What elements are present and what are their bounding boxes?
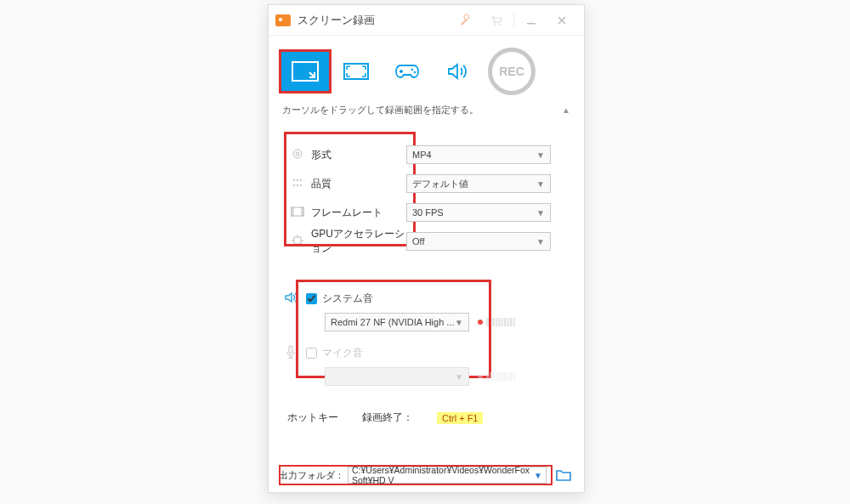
svg-rect-19 [289, 346, 292, 353]
mic-device-select[interactable]: ▼ [325, 367, 469, 386]
svg-rect-2 [527, 23, 536, 25]
mic-audio-row: マイク音 [284, 343, 569, 363]
app-icon [275, 14, 291, 26]
speaker-icon [446, 61, 470, 82]
svg-point-0 [495, 23, 496, 25]
svg-point-14 [300, 184, 303, 186]
collapse-icon[interactable]: ▲ [562, 105, 570, 115]
system-device-row: Redmi 27 NF (NVIDIA High ... ▼ [284, 312, 569, 332]
chevron-down-icon: ▼ [536, 208, 545, 218]
svg-point-1 [499, 23, 501, 25]
svg-point-6 [414, 71, 416, 74]
mode-toolbar: REC [269, 36, 584, 100]
setting-label: GPUアクセラレーション [306, 227, 406, 256]
gamepad-icon [394, 62, 421, 81]
system-audio-label: システム音 [322, 292, 373, 305]
mic-audio-checkbox[interactable] [306, 348, 317, 359]
svg-point-11 [300, 178, 303, 181]
settings-block: 形式 MP4 ▼ 品質 デフォルト値 ▼ フレームレート 30 FPS ▼ [284, 133, 569, 268]
chevron-down-icon: ▼ [455, 318, 463, 327]
close-button[interactable] [547, 8, 577, 33]
svg-rect-18 [294, 237, 301, 244]
setting-label: 品質 [306, 177, 406, 191]
hotkey-badge: Ctrl + F1 [437, 412, 483, 424]
titlebar: スクリーン録画 [269, 5, 584, 36]
system-audio-checkbox[interactable] [306, 293, 317, 304]
level-meter [478, 372, 515, 381]
quality-icon [289, 176, 306, 192]
mode-audio[interactable] [434, 51, 483, 92]
hotkey-stop-label: 録画終了： [362, 411, 413, 425]
fps-select[interactable]: 30 FPS ▼ [406, 203, 551, 222]
svg-rect-16 [292, 207, 293, 216]
format-select[interactable]: MP4 ▼ [406, 145, 551, 164]
svg-point-12 [293, 184, 296, 186]
system-audio-row: システム音 [284, 288, 569, 309]
svg-point-10 [297, 178, 299, 181]
hotkey-label: ホットキー [287, 411, 338, 425]
svg-point-8 [296, 152, 299, 156]
setting-row-fps: フレームレート 30 FPS ▼ [284, 200, 569, 225]
output-row: 出力フォルダ： C:¥Users¥Administrator¥Videos¥Wo… [269, 467, 584, 484]
fullscreen-icon [342, 61, 371, 82]
mode-game[interactable] [382, 51, 432, 92]
quality-select[interactable]: デフォルト値 ▼ [406, 174, 551, 193]
setting-row-gpu: GPUアクセラレーション Off ▼ [284, 229, 569, 254]
level-meter [478, 318, 515, 326]
mode-region[interactable] [280, 51, 330, 92]
setting-label: 形式 [306, 148, 406, 162]
svg-rect-17 [302, 207, 303, 216]
svg-point-5 [411, 69, 414, 71]
region-icon [291, 60, 320, 82]
record-button[interactable]: REC [488, 48, 536, 95]
output-path-field[interactable]: C:¥Users¥Administrator¥Videos¥WonderFox … [348, 467, 547, 484]
mode-fullscreen[interactable] [332, 51, 381, 92]
svg-point-7 [293, 150, 302, 158]
gear-icon [289, 147, 306, 163]
mic-icon [284, 344, 303, 362]
record-dot-icon [478, 374, 483, 379]
chip-icon [289, 234, 306, 250]
chevron-down-icon: ▼ [455, 372, 463, 382]
open-folder-button[interactable] [553, 467, 574, 484]
cart-icon[interactable] [481, 8, 512, 33]
svg-point-9 [293, 178, 296, 181]
mic-device-row: ▼ [284, 366, 569, 387]
setting-row-format: 形式 MP4 ▼ [284, 142, 569, 167]
hint-text: カーソルをドラッグして録画範囲を指定する。 [282, 104, 479, 116]
chevron-down-icon: ▼ [534, 471, 542, 480]
setting-row-quality: 品質 デフォルト値 ▼ [284, 171, 569, 196]
chevron-down-icon: ▼ [536, 150, 545, 160]
output-label: 出力フォルダ： [279, 469, 344, 482]
audio-block: システム音 Redmi 27 NF (NVIDIA High ... ▼ マイク… [284, 283, 569, 395]
chevron-down-icon: ▼ [536, 179, 545, 189]
system-device-select[interactable]: Redmi 27 NF (NVIDIA High ... ▼ [325, 313, 469, 331]
setting-label: フレームレート [306, 206, 406, 220]
film-icon [289, 207, 306, 219]
mic-audio-label: マイク音 [322, 347, 363, 360]
chevron-down-icon: ▼ [536, 237, 545, 246]
window-title: スクリーン録画 [298, 13, 375, 28]
app-window: スクリーン録画 [268, 4, 585, 493]
speaker-icon [284, 291, 303, 307]
hotkey-row: ホットキー 録画終了： Ctrl + F1 [287, 411, 565, 425]
key-icon[interactable] [450, 8, 481, 33]
record-dot-icon [478, 320, 483, 325]
hint-row: カーソルをドラッグして録画範囲を指定する。 ▲ [269, 100, 584, 122]
svg-point-13 [297, 184, 299, 186]
minimize-button[interactable] [516, 8, 547, 33]
record-label: REC [499, 65, 524, 78]
gpu-select[interactable]: Off ▼ [406, 232, 551, 251]
